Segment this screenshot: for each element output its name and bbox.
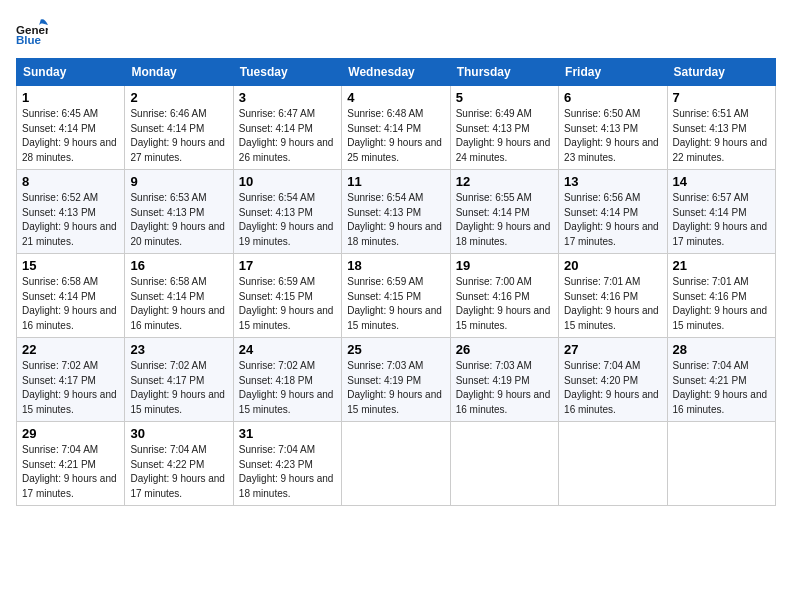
calendar-cell: 6 Sunrise: 6:50 AM Sunset: 4:13 PM Dayli… (559, 86, 667, 170)
day-info: Sunrise: 7:04 AM Sunset: 4:21 PM Dayligh… (22, 443, 119, 501)
day-number: 2 (130, 90, 227, 105)
day-number: 31 (239, 426, 336, 441)
day-number: 1 (22, 90, 119, 105)
day-number: 7 (673, 90, 770, 105)
calendar-cell: 4 Sunrise: 6:48 AM Sunset: 4:14 PM Dayli… (342, 86, 450, 170)
day-number: 22 (22, 342, 119, 357)
calendar-cell: 25 Sunrise: 7:03 AM Sunset: 4:19 PM Dayl… (342, 338, 450, 422)
weekday-header-friday: Friday (559, 59, 667, 86)
day-info: Sunrise: 6:52 AM Sunset: 4:13 PM Dayligh… (22, 191, 119, 249)
calendar-cell: 8 Sunrise: 6:52 AM Sunset: 4:13 PM Dayli… (17, 170, 125, 254)
day-info: Sunrise: 6:54 AM Sunset: 4:13 PM Dayligh… (239, 191, 336, 249)
day-info: Sunrise: 6:58 AM Sunset: 4:14 PM Dayligh… (130, 275, 227, 333)
calendar-cell: 11 Sunrise: 6:54 AM Sunset: 4:13 PM Dayl… (342, 170, 450, 254)
calendar-cell: 24 Sunrise: 7:02 AM Sunset: 4:18 PM Dayl… (233, 338, 341, 422)
day-info: Sunrise: 7:04 AM Sunset: 4:23 PM Dayligh… (239, 443, 336, 501)
day-number: 3 (239, 90, 336, 105)
day-number: 18 (347, 258, 444, 273)
calendar-cell: 7 Sunrise: 6:51 AM Sunset: 4:13 PM Dayli… (667, 86, 775, 170)
calendar-cell: 23 Sunrise: 7:02 AM Sunset: 4:17 PM Dayl… (125, 338, 233, 422)
day-info: Sunrise: 7:04 AM Sunset: 4:20 PM Dayligh… (564, 359, 661, 417)
day-info: Sunrise: 7:01 AM Sunset: 4:16 PM Dayligh… (673, 275, 770, 333)
day-number: 26 (456, 342, 553, 357)
day-info: Sunrise: 7:04 AM Sunset: 4:22 PM Dayligh… (130, 443, 227, 501)
calendar-cell: 3 Sunrise: 6:47 AM Sunset: 4:14 PM Dayli… (233, 86, 341, 170)
calendar-cell: 21 Sunrise: 7:01 AM Sunset: 4:16 PM Dayl… (667, 254, 775, 338)
day-number: 28 (673, 342, 770, 357)
calendar-week-2: 8 Sunrise: 6:52 AM Sunset: 4:13 PM Dayli… (17, 170, 776, 254)
day-info: Sunrise: 7:03 AM Sunset: 4:19 PM Dayligh… (456, 359, 553, 417)
day-info: Sunrise: 6:53 AM Sunset: 4:13 PM Dayligh… (130, 191, 227, 249)
calendar-header-row: SundayMondayTuesdayWednesdayThursdayFrid… (17, 59, 776, 86)
day-info: Sunrise: 6:59 AM Sunset: 4:15 PM Dayligh… (239, 275, 336, 333)
day-number: 17 (239, 258, 336, 273)
day-number: 24 (239, 342, 336, 357)
day-info: Sunrise: 7:02 AM Sunset: 4:17 PM Dayligh… (130, 359, 227, 417)
day-info: Sunrise: 6:56 AM Sunset: 4:14 PM Dayligh… (564, 191, 661, 249)
day-info: Sunrise: 6:59 AM Sunset: 4:15 PM Dayligh… (347, 275, 444, 333)
weekday-header-sunday: Sunday (17, 59, 125, 86)
day-info: Sunrise: 6:58 AM Sunset: 4:14 PM Dayligh… (22, 275, 119, 333)
day-info: Sunrise: 7:02 AM Sunset: 4:17 PM Dayligh… (22, 359, 119, 417)
calendar-cell: 19 Sunrise: 7:00 AM Sunset: 4:16 PM Dayl… (450, 254, 558, 338)
day-number: 21 (673, 258, 770, 273)
calendar-week-5: 29 Sunrise: 7:04 AM Sunset: 4:21 PM Dayl… (17, 422, 776, 506)
calendar-cell (667, 422, 775, 506)
day-info: Sunrise: 6:47 AM Sunset: 4:14 PM Dayligh… (239, 107, 336, 165)
calendar-cell: 30 Sunrise: 7:04 AM Sunset: 4:22 PM Dayl… (125, 422, 233, 506)
calendar-cell: 16 Sunrise: 6:58 AM Sunset: 4:14 PM Dayl… (125, 254, 233, 338)
calendar-week-1: 1 Sunrise: 6:45 AM Sunset: 4:14 PM Dayli… (17, 86, 776, 170)
calendar-cell: 18 Sunrise: 6:59 AM Sunset: 4:15 PM Dayl… (342, 254, 450, 338)
day-number: 15 (22, 258, 119, 273)
day-number: 12 (456, 174, 553, 189)
day-info: Sunrise: 7:00 AM Sunset: 4:16 PM Dayligh… (456, 275, 553, 333)
logo-icon: General Blue (16, 16, 48, 48)
calendar-cell: 2 Sunrise: 6:46 AM Sunset: 4:14 PM Dayli… (125, 86, 233, 170)
weekday-header-thursday: Thursday (450, 59, 558, 86)
calendar-cell: 28 Sunrise: 7:04 AM Sunset: 4:21 PM Dayl… (667, 338, 775, 422)
day-number: 6 (564, 90, 661, 105)
day-number: 9 (130, 174, 227, 189)
day-info: Sunrise: 6:50 AM Sunset: 4:13 PM Dayligh… (564, 107, 661, 165)
day-number: 11 (347, 174, 444, 189)
logo: General Blue (16, 16, 52, 48)
calendar-week-4: 22 Sunrise: 7:02 AM Sunset: 4:17 PM Dayl… (17, 338, 776, 422)
day-info: Sunrise: 6:54 AM Sunset: 4:13 PM Dayligh… (347, 191, 444, 249)
weekday-header-monday: Monday (125, 59, 233, 86)
weekday-header-tuesday: Tuesday (233, 59, 341, 86)
day-info: Sunrise: 7:02 AM Sunset: 4:18 PM Dayligh… (239, 359, 336, 417)
calendar-cell: 17 Sunrise: 6:59 AM Sunset: 4:15 PM Dayl… (233, 254, 341, 338)
day-number: 10 (239, 174, 336, 189)
day-info: Sunrise: 6:55 AM Sunset: 4:14 PM Dayligh… (456, 191, 553, 249)
day-number: 19 (456, 258, 553, 273)
day-number: 16 (130, 258, 227, 273)
calendar-cell: 14 Sunrise: 6:57 AM Sunset: 4:14 PM Dayl… (667, 170, 775, 254)
calendar-cell (559, 422, 667, 506)
day-number: 29 (22, 426, 119, 441)
calendar-week-3: 15 Sunrise: 6:58 AM Sunset: 4:14 PM Dayl… (17, 254, 776, 338)
day-info: Sunrise: 6:48 AM Sunset: 4:14 PM Dayligh… (347, 107, 444, 165)
weekday-header-saturday: Saturday (667, 59, 775, 86)
day-info: Sunrise: 7:04 AM Sunset: 4:21 PM Dayligh… (673, 359, 770, 417)
calendar-cell: 26 Sunrise: 7:03 AM Sunset: 4:19 PM Dayl… (450, 338, 558, 422)
day-info: Sunrise: 6:57 AM Sunset: 4:14 PM Dayligh… (673, 191, 770, 249)
svg-text:Blue: Blue (16, 34, 42, 46)
day-info: Sunrise: 6:51 AM Sunset: 4:13 PM Dayligh… (673, 107, 770, 165)
calendar-cell: 29 Sunrise: 7:04 AM Sunset: 4:21 PM Dayl… (17, 422, 125, 506)
calendar-cell: 1 Sunrise: 6:45 AM Sunset: 4:14 PM Dayli… (17, 86, 125, 170)
day-info: Sunrise: 7:03 AM Sunset: 4:19 PM Dayligh… (347, 359, 444, 417)
day-number: 4 (347, 90, 444, 105)
day-info: Sunrise: 6:45 AM Sunset: 4:14 PM Dayligh… (22, 107, 119, 165)
day-number: 20 (564, 258, 661, 273)
day-number: 5 (456, 90, 553, 105)
day-number: 14 (673, 174, 770, 189)
day-info: Sunrise: 6:46 AM Sunset: 4:14 PM Dayligh… (130, 107, 227, 165)
calendar-cell: 12 Sunrise: 6:55 AM Sunset: 4:14 PM Dayl… (450, 170, 558, 254)
weekday-header-wednesday: Wednesday (342, 59, 450, 86)
calendar-cell: 5 Sunrise: 6:49 AM Sunset: 4:13 PM Dayli… (450, 86, 558, 170)
calendar-cell (450, 422, 558, 506)
calendar-cell: 10 Sunrise: 6:54 AM Sunset: 4:13 PM Dayl… (233, 170, 341, 254)
day-number: 25 (347, 342, 444, 357)
day-info: Sunrise: 7:01 AM Sunset: 4:16 PM Dayligh… (564, 275, 661, 333)
calendar-table: SundayMondayTuesdayWednesdayThursdayFrid… (16, 58, 776, 506)
